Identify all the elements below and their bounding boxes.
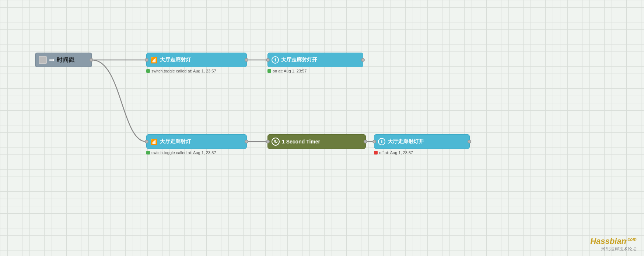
- info-bottom-port-left[interactable]: [372, 140, 376, 143]
- trigger-port-right[interactable]: [90, 58, 93, 62]
- switch-bottom-node[interactable]: 📶 大厅走廊射灯: [146, 134, 247, 149]
- info-top-status: on at: Aug 1, 23:57: [267, 69, 307, 73]
- timer-refresh-icon: ↻: [272, 138, 280, 146]
- switch-bottom-label: 大厅走廊射灯: [160, 138, 191, 145]
- watermark-name: Hassbian: [590, 237, 626, 246]
- timer-port-left[interactable]: [266, 140, 270, 143]
- switch-bottom-status-text: switch.toggle called at: Aug 1, 23:57: [151, 150, 216, 155]
- info-bottom-status-text: off at: Aug 1, 23:57: [379, 150, 413, 155]
- wifi-icon-top: 📶: [150, 57, 158, 64]
- switch-top-status: switch.toggle called at: Aug 1, 23:57: [146, 69, 216, 73]
- watermark-com: .com: [626, 237, 637, 242]
- watermark: Hassbian.com 瀚思彼岸技术论坛: [590, 237, 637, 252]
- trigger-label: 时间戳: [57, 56, 74, 64]
- info-bottom-label: 大厅走廊射灯开: [388, 138, 424, 145]
- switch-bottom-dot: [146, 151, 150, 154]
- timer-node[interactable]: ↻ 1 Second Timer: [267, 134, 366, 149]
- switch-bottom-status: switch.toggle called at: Aug 1, 23:57: [146, 150, 216, 155]
- info-top-dot: [267, 69, 271, 73]
- watermark-logo: Hassbian.com: [590, 237, 637, 246]
- switch-top-node[interactable]: 📶 大厅走廊射灯: [146, 53, 247, 67]
- info-icon-bottom: ℹ: [378, 138, 385, 145]
- info-top-status-text: on at: Aug 1, 23:57: [273, 69, 307, 73]
- info-bottom-status: off at: Aug 1, 23:57: [374, 150, 413, 155]
- info-bottom-port-right[interactable]: [468, 140, 471, 143]
- switch-bottom-port-right[interactable]: [245, 140, 248, 143]
- info-top-port-left[interactable]: [266, 58, 270, 62]
- switch-bottom-port-left[interactable]: [145, 140, 148, 143]
- info-top-label: 大厅走廊射灯开: [281, 57, 317, 63]
- trigger-icon: [39, 56, 47, 64]
- trigger-node[interactable]: ⇒ 时间戳: [35, 53, 92, 67]
- wifi-icon-bottom: 📶: [150, 138, 158, 145]
- info-top-port-right[interactable]: [361, 58, 365, 62]
- info-top-node[interactable]: ℹ 大厅走廊射灯开: [267, 53, 363, 67]
- switch-top-label: 大厅走廊射灯: [160, 57, 191, 63]
- switch-top-status-text: switch.toggle called at: Aug 1, 23:57: [151, 69, 216, 73]
- trigger-arrow-icon: ⇒: [49, 56, 55, 64]
- switch-top-port-right[interactable]: [245, 58, 248, 62]
- watermark-subtitle: 瀚思彼岸技术论坛: [590, 246, 637, 252]
- info-bottom-node[interactable]: ℹ 大厅走廊射灯开: [374, 134, 470, 149]
- timer-port-right[interactable]: [364, 140, 367, 143]
- switch-top-port-left[interactable]: [145, 58, 148, 62]
- info-icon-top: ℹ: [272, 56, 279, 64]
- info-bottom-dot: [374, 151, 378, 154]
- switch-top-dot: [146, 69, 150, 73]
- timer-label: 1 Second Timer: [282, 139, 320, 145]
